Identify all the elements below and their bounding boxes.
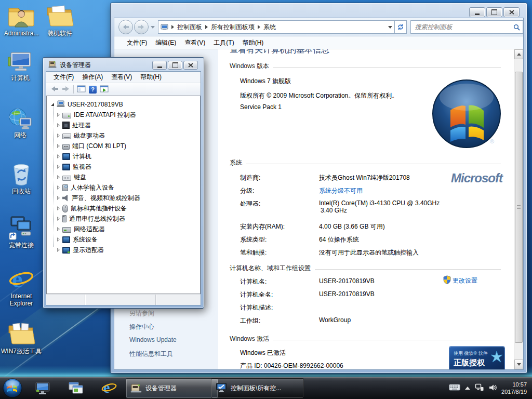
expand-icon[interactable] <box>57 237 60 242</box>
sidebar-link-windows-update[interactable]: Windows Update <box>129 336 177 343</box>
tree-node[interactable]: 声音、视频和游戏控制器 <box>57 193 140 203</box>
scroll-up-button[interactable] <box>514 49 523 59</box>
menu-edit[interactable]: 编辑(E) <box>151 38 180 47</box>
task-button-device-manager[interactable]: 设备管理器 <box>126 378 218 398</box>
rating-unavailable-link[interactable]: 系统分级不可用 <box>319 187 363 195</box>
expand-icon[interactable] <box>57 196 60 200</box>
titlebar[interactable] <box>111 3 527 18</box>
expand-icon[interactable] <box>57 185 60 190</box>
scan-hardware-button[interactable] <box>100 85 109 94</box>
tree-node[interactable]: 端口 (COM 和 LPT) <box>57 141 126 151</box>
sidebar-link-action-center[interactable]: 操作中心 <box>129 323 154 331</box>
expand-icon[interactable] <box>57 134 60 138</box>
tree-node[interactable]: 磁盘驱动器 <box>57 130 105 141</box>
desktop-icon-broadband[interactable]: 宽带连接 <box>1 215 42 249</box>
pinned-explorer-icon[interactable] <box>65 380 86 396</box>
breadcrumb-control-panel[interactable]: 控制面板 <box>177 23 202 32</box>
show-hidden-icons-button[interactable] <box>465 387 470 390</box>
minimize-button[interactable] <box>152 61 167 70</box>
device-tree[interactable]: USER-20170819VB IDE ATA/ATAPI 控制器 处理器 磁盘… <box>46 96 201 294</box>
maximize-button[interactable] <box>486 7 502 17</box>
tree-node[interactable]: 显示适配器 <box>57 245 104 255</box>
desktop-icon-recycle-bin[interactable]: 回收站 <box>1 161 42 195</box>
expand-icon[interactable] <box>57 154 60 158</box>
tree-node[interactable]: 人体学输入设备 <box>57 182 114 193</box>
breadcrumb-system[interactable]: 系统 <box>263 23 276 32</box>
task-button-control-panel[interactable]: 控制面板\所有控... <box>211 378 304 398</box>
menu-view[interactable]: 查看(V) <box>180 38 209 47</box>
address-dropdown-icon[interactable] <box>388 26 392 29</box>
disk-drive-icon <box>62 134 71 139</box>
desktop-icon-win7-activator[interactable]: WIN7激活工具 <box>1 321 42 355</box>
change-settings-link[interactable]: 更改设置 <box>453 276 477 285</box>
close-button[interactable] <box>183 61 198 70</box>
back-button[interactable] <box>50 86 59 94</box>
titlebar[interactable]: 设备管理器 <box>48 61 91 70</box>
help-button[interactable]: ? <box>89 86 97 94</box>
expand-icon[interactable] <box>57 206 60 210</box>
menu-help[interactable]: 帮助(H) <box>238 38 268 47</box>
forward-button[interactable] <box>62 86 70 94</box>
expand-icon[interactable] <box>57 113 60 117</box>
breadcrumb-arrow-icon[interactable] <box>258 25 260 29</box>
menu-view[interactable]: 查看(V) <box>107 73 136 82</box>
tree-node[interactable]: 监视器 <box>57 162 91 172</box>
expand-icon[interactable] <box>57 123 60 127</box>
menu-file[interactable]: 文件(F) <box>123 38 151 47</box>
search-icon[interactable] <box>513 24 520 31</box>
expand-icon[interactable] <box>57 144 60 148</box>
minimize-button[interactable] <box>469 7 485 17</box>
menu-action[interactable]: 操作(A) <box>78 73 107 82</box>
system-page-content: 查看有关计算机的基本信息 Windows 版本 Windows 7 旗舰版 版权… <box>218 49 514 369</box>
recent-pages-dropdown[interactable] <box>151 26 155 29</box>
vertical-scrollbar[interactable] <box>514 49 523 369</box>
network-tray-icon[interactable] <box>475 383 484 393</box>
tree-root-node[interactable]: USER-20170819VB <box>51 99 123 110</box>
tree-node[interactable]: 鼠标和其他指针设备 <box>57 203 127 214</box>
volume-tray-icon[interactable] <box>489 384 497 393</box>
back-button[interactable] <box>118 20 133 34</box>
expand-icon[interactable] <box>57 248 60 252</box>
desktop-icon-internet-explorer[interactable]: e Internet Explorer <box>1 267 42 307</box>
desktop-icon-install-software[interactable]: 装机软件 <box>39 3 80 37</box>
forward-button[interactable] <box>134 20 149 34</box>
desktop-icon-computer[interactable]: 计算机 <box>0 52 41 82</box>
breadcrumb-arrow-icon[interactable] <box>205 25 208 29</box>
expand-icon[interactable] <box>57 175 60 179</box>
pinned-display-icon[interactable] <box>32 380 53 396</box>
tree-node[interactable]: 计算机 <box>57 151 91 162</box>
start-button[interactable] <box>3 378 22 399</box>
menu-tools[interactable]: 工具(T) <box>209 38 238 47</box>
breadcrumb-arrow-icon[interactable] <box>171 25 174 29</box>
tree-node[interactable]: 键盘 <box>57 172 86 182</box>
menu-file[interactable]: 文件(F) <box>49 73 78 82</box>
address-bar[interactable]: 控制面板 所有控制面板项 系统 <box>158 20 395 34</box>
tree-node[interactable]: IDE ATA/ATAPI 控制器 <box>57 110 136 120</box>
genuine-software-badge[interactable]: 使用 微软® 软件 正版授权 <box>449 346 505 369</box>
expand-icon[interactable] <box>57 165 60 169</box>
tree-node[interactable]: 处理器 <box>57 120 91 130</box>
clock[interactable]: 10:57 2017/8/19 <box>501 381 527 395</box>
tree-node-label: 系统设备 <box>73 235 98 244</box>
scrollbar-thumb[interactable] <box>515 72 523 343</box>
breadcrumb-all-items[interactable]: 所有控制面板项 <box>211 23 255 32</box>
expand-icon[interactable] <box>57 227 60 231</box>
collapse-icon[interactable] <box>51 103 54 106</box>
refresh-button[interactable] <box>395 20 407 34</box>
desktop-icon-network[interactable]: 网络 <box>0 107 41 139</box>
expand-icon[interactable] <box>57 217 60 221</box>
search-input[interactable] <box>414 23 513 31</box>
scroll-down-button[interactable] <box>514 360 523 369</box>
input-method-keyboard-icon[interactable] <box>449 384 460 392</box>
usb-controller-icon <box>62 215 66 222</box>
desktop-icon-administrator[interactable]: Administra... <box>1 3 42 37</box>
tree-node[interactable]: 系统设备 <box>57 234 98 245</box>
close-button[interactable] <box>503 7 520 17</box>
tree-node[interactable]: 网络适配器 <box>57 224 105 234</box>
maximize-button[interactable] <box>168 61 182 70</box>
tree-node[interactable]: 通用串行总线控制器 <box>57 214 125 224</box>
pinned-internet-explorer-icon[interactable]: e <box>99 380 119 396</box>
menu-help[interactable]: 帮助(H) <box>136 73 166 82</box>
sidebar-link-performance[interactable]: 性能信息和工具 <box>129 350 173 358</box>
show-console-tree-button[interactable] <box>77 85 86 94</box>
